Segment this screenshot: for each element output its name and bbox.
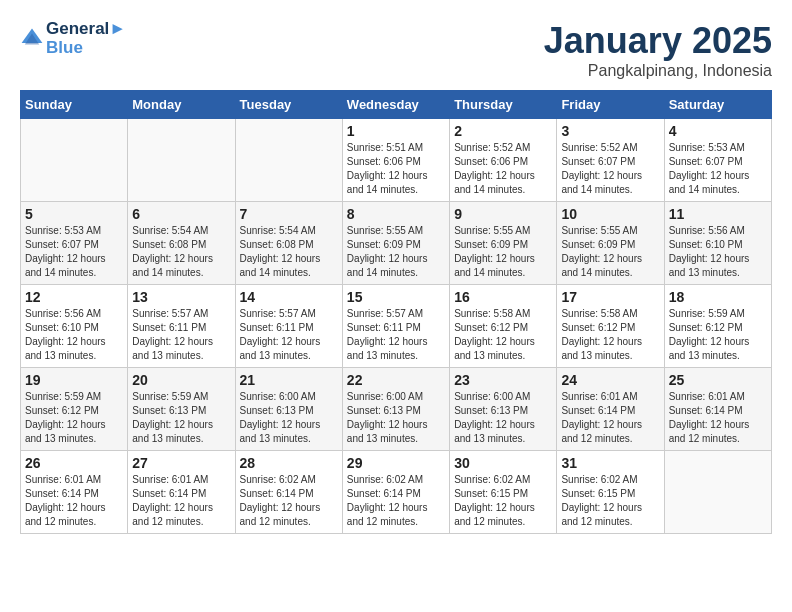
day-number: 19 — [25, 372, 123, 388]
calendar-cell: 20Sunrise: 5:59 AM Sunset: 6:13 PM Dayli… — [128, 368, 235, 451]
weekday-header-wednesday: Wednesday — [342, 91, 449, 119]
calendar-cell: 17Sunrise: 5:58 AM Sunset: 6:12 PM Dayli… — [557, 285, 664, 368]
day-number: 4 — [669, 123, 767, 139]
day-number: 15 — [347, 289, 445, 305]
day-info: Sunrise: 6:02 AM Sunset: 6:15 PM Dayligh… — [454, 473, 552, 529]
day-info: Sunrise: 6:00 AM Sunset: 6:13 PM Dayligh… — [454, 390, 552, 446]
weekday-header-friday: Friday — [557, 91, 664, 119]
day-number: 8 — [347, 206, 445, 222]
day-number: 24 — [561, 372, 659, 388]
page-header: General► Blue January 2025 Pangkalpinang… — [20, 20, 772, 80]
calendar-cell — [664, 451, 771, 534]
weekday-header-tuesday: Tuesday — [235, 91, 342, 119]
day-number: 20 — [132, 372, 230, 388]
calendar-cell: 3Sunrise: 5:52 AM Sunset: 6:07 PM Daylig… — [557, 119, 664, 202]
day-info: Sunrise: 6:00 AM Sunset: 6:13 PM Dayligh… — [240, 390, 338, 446]
day-info: Sunrise: 5:59 AM Sunset: 6:12 PM Dayligh… — [25, 390, 123, 446]
calendar-table: SundayMondayTuesdayWednesdayThursdayFrid… — [20, 90, 772, 534]
calendar-cell: 9Sunrise: 5:55 AM Sunset: 6:09 PM Daylig… — [450, 202, 557, 285]
calendar-cell: 10Sunrise: 5:55 AM Sunset: 6:09 PM Dayli… — [557, 202, 664, 285]
calendar-cell: 21Sunrise: 6:00 AM Sunset: 6:13 PM Dayli… — [235, 368, 342, 451]
calendar-cell: 14Sunrise: 5:57 AM Sunset: 6:11 PM Dayli… — [235, 285, 342, 368]
calendar-cell: 28Sunrise: 6:02 AM Sunset: 6:14 PM Dayli… — [235, 451, 342, 534]
weekday-header-row: SundayMondayTuesdayWednesdayThursdayFrid… — [21, 91, 772, 119]
day-number: 22 — [347, 372, 445, 388]
day-number: 29 — [347, 455, 445, 471]
calendar-cell: 31Sunrise: 6:02 AM Sunset: 6:15 PM Dayli… — [557, 451, 664, 534]
day-info: Sunrise: 6:01 AM Sunset: 6:14 PM Dayligh… — [561, 390, 659, 446]
day-info: Sunrise: 6:01 AM Sunset: 6:14 PM Dayligh… — [25, 473, 123, 529]
day-number: 31 — [561, 455, 659, 471]
calendar-cell: 6Sunrise: 5:54 AM Sunset: 6:08 PM Daylig… — [128, 202, 235, 285]
day-number: 25 — [669, 372, 767, 388]
calendar-cell: 23Sunrise: 6:00 AM Sunset: 6:13 PM Dayli… — [450, 368, 557, 451]
day-info: Sunrise: 6:01 AM Sunset: 6:14 PM Dayligh… — [669, 390, 767, 446]
day-number: 17 — [561, 289, 659, 305]
calendar-week-row: 12Sunrise: 5:56 AM Sunset: 6:10 PM Dayli… — [21, 285, 772, 368]
calendar-week-row: 1Sunrise: 5:51 AM Sunset: 6:06 PM Daylig… — [21, 119, 772, 202]
calendar-cell: 15Sunrise: 5:57 AM Sunset: 6:11 PM Dayli… — [342, 285, 449, 368]
day-number: 2 — [454, 123, 552, 139]
day-number: 7 — [240, 206, 338, 222]
day-number: 21 — [240, 372, 338, 388]
day-info: Sunrise: 5:57 AM Sunset: 6:11 PM Dayligh… — [240, 307, 338, 363]
calendar-cell: 8Sunrise: 5:55 AM Sunset: 6:09 PM Daylig… — [342, 202, 449, 285]
calendar-cell: 18Sunrise: 5:59 AM Sunset: 6:12 PM Dayli… — [664, 285, 771, 368]
calendar-cell: 7Sunrise: 5:54 AM Sunset: 6:08 PM Daylig… — [235, 202, 342, 285]
day-info: Sunrise: 5:53 AM Sunset: 6:07 PM Dayligh… — [669, 141, 767, 197]
calendar-cell: 25Sunrise: 6:01 AM Sunset: 6:14 PM Dayli… — [664, 368, 771, 451]
day-info: Sunrise: 5:57 AM Sunset: 6:11 PM Dayligh… — [347, 307, 445, 363]
calendar-cell: 16Sunrise: 5:58 AM Sunset: 6:12 PM Dayli… — [450, 285, 557, 368]
day-info: Sunrise: 5:59 AM Sunset: 6:12 PM Dayligh… — [669, 307, 767, 363]
weekday-header-monday: Monday — [128, 91, 235, 119]
calendar-cell: 19Sunrise: 5:59 AM Sunset: 6:12 PM Dayli… — [21, 368, 128, 451]
day-number: 1 — [347, 123, 445, 139]
day-number: 14 — [240, 289, 338, 305]
calendar-cell: 4Sunrise: 5:53 AM Sunset: 6:07 PM Daylig… — [664, 119, 771, 202]
day-info: Sunrise: 6:02 AM Sunset: 6:14 PM Dayligh… — [347, 473, 445, 529]
day-number: 27 — [132, 455, 230, 471]
day-info: Sunrise: 5:52 AM Sunset: 6:07 PM Dayligh… — [561, 141, 659, 197]
day-info: Sunrise: 5:58 AM Sunset: 6:12 PM Dayligh… — [454, 307, 552, 363]
calendar-cell: 1Sunrise: 5:51 AM Sunset: 6:06 PM Daylig… — [342, 119, 449, 202]
calendar-cell: 12Sunrise: 5:56 AM Sunset: 6:10 PM Dayli… — [21, 285, 128, 368]
calendar-cell: 26Sunrise: 6:01 AM Sunset: 6:14 PM Dayli… — [21, 451, 128, 534]
day-number: 3 — [561, 123, 659, 139]
calendar-cell — [21, 119, 128, 202]
calendar-cell: 11Sunrise: 5:56 AM Sunset: 6:10 PM Dayli… — [664, 202, 771, 285]
day-info: Sunrise: 6:02 AM Sunset: 6:14 PM Dayligh… — [240, 473, 338, 529]
day-info: Sunrise: 5:54 AM Sunset: 6:08 PM Dayligh… — [132, 224, 230, 280]
day-info: Sunrise: 5:53 AM Sunset: 6:07 PM Dayligh… — [25, 224, 123, 280]
day-number: 16 — [454, 289, 552, 305]
calendar-cell: 27Sunrise: 6:01 AM Sunset: 6:14 PM Dayli… — [128, 451, 235, 534]
weekday-header-thursday: Thursday — [450, 91, 557, 119]
weekday-header-sunday: Sunday — [21, 91, 128, 119]
logo-icon — [20, 27, 44, 51]
day-info: Sunrise: 5:55 AM Sunset: 6:09 PM Dayligh… — [347, 224, 445, 280]
day-info: Sunrise: 5:55 AM Sunset: 6:09 PM Dayligh… — [454, 224, 552, 280]
day-number: 11 — [669, 206, 767, 222]
calendar-week-row: 5Sunrise: 5:53 AM Sunset: 6:07 PM Daylig… — [21, 202, 772, 285]
day-number: 12 — [25, 289, 123, 305]
weekday-header-saturday: Saturday — [664, 91, 771, 119]
day-number: 9 — [454, 206, 552, 222]
calendar-cell — [128, 119, 235, 202]
day-info: Sunrise: 5:56 AM Sunset: 6:10 PM Dayligh… — [669, 224, 767, 280]
month-title: January 2025 — [544, 20, 772, 62]
title-block: January 2025 Pangkalpinang, Indonesia — [544, 20, 772, 80]
calendar-cell: 13Sunrise: 5:57 AM Sunset: 6:11 PM Dayli… — [128, 285, 235, 368]
day-info: Sunrise: 6:00 AM Sunset: 6:13 PM Dayligh… — [347, 390, 445, 446]
day-info: Sunrise: 5:56 AM Sunset: 6:10 PM Dayligh… — [25, 307, 123, 363]
day-number: 13 — [132, 289, 230, 305]
logo: General► Blue — [20, 20, 126, 57]
day-info: Sunrise: 5:54 AM Sunset: 6:08 PM Dayligh… — [240, 224, 338, 280]
logo-text: General► Blue — [46, 20, 126, 57]
day-number: 23 — [454, 372, 552, 388]
day-info: Sunrise: 5:51 AM Sunset: 6:06 PM Dayligh… — [347, 141, 445, 197]
location-subtitle: Pangkalpinang, Indonesia — [544, 62, 772, 80]
calendar-cell: 29Sunrise: 6:02 AM Sunset: 6:14 PM Dayli… — [342, 451, 449, 534]
day-number: 10 — [561, 206, 659, 222]
calendar-week-row: 19Sunrise: 5:59 AM Sunset: 6:12 PM Dayli… — [21, 368, 772, 451]
day-number: 5 — [25, 206, 123, 222]
day-number: 18 — [669, 289, 767, 305]
